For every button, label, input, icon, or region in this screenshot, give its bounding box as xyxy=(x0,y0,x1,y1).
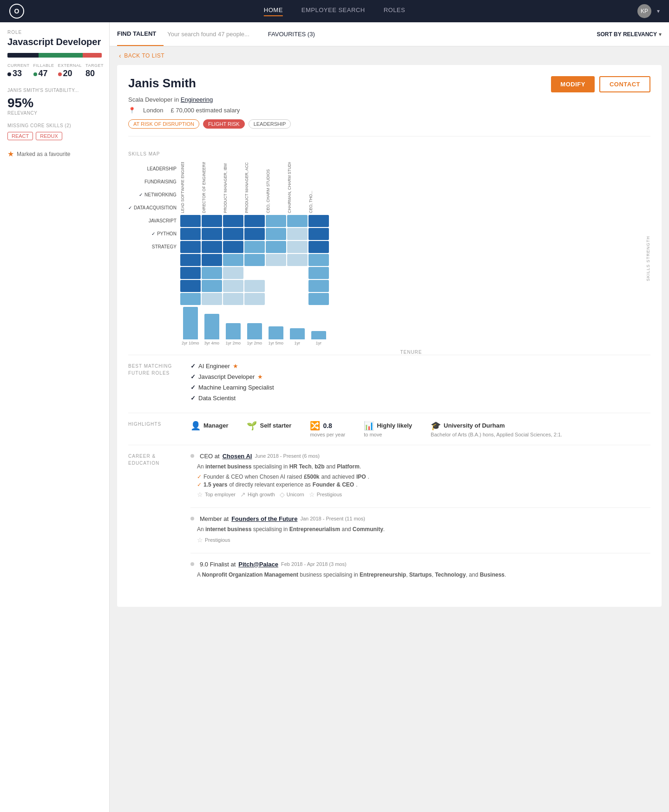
role-star-icon-2: ★ xyxy=(257,373,263,380)
navbar: O HOME EMPLOYEE SEARCH ROLES KP ▾ xyxy=(0,0,669,22)
highlight-likely-to-move: 📊 Highly likely to move xyxy=(364,421,412,437)
profile-subtitle: Scala Developer in Engineering xyxy=(128,96,650,103)
career-dot-icon xyxy=(190,454,194,458)
heatmap-cell xyxy=(244,254,265,266)
career-company-link-3[interactable]: Pitch@Palace xyxy=(238,561,278,568)
heatmap-cell xyxy=(202,267,222,279)
heatmap-row xyxy=(180,293,642,305)
profile-header: Janis Smith MODIFY CONTACT xyxy=(128,76,650,92)
heatmap-cell xyxy=(244,228,265,240)
heatmap-cell xyxy=(202,228,222,240)
highlight-self-starter: 🌱 Self starter xyxy=(247,421,291,437)
heatmap-row xyxy=(180,280,642,292)
col-ceo-tho: CEO, THO... xyxy=(308,162,329,213)
skill-tag-react: REACT xyxy=(7,132,33,140)
heatmap-cell xyxy=(180,254,201,266)
role-check-icon-3: ✓ xyxy=(190,384,196,391)
heatmap-cell xyxy=(287,228,308,240)
highlight-moves-row: 🔀 0.8 xyxy=(310,421,345,431)
tenure-bars: 2yr 10mo3yr 4mo1yr 2mo1yr 2mo1yr 5mo1yr1… xyxy=(180,307,642,346)
skill-tag-redux: REDUX xyxy=(36,132,62,140)
find-talent-tab[interactable]: FIND TALENT xyxy=(117,22,164,46)
skill-label-javascript: JAVASCRIPT xyxy=(128,214,177,227)
role-check-icon: ✓ xyxy=(190,363,196,370)
role-ml-specialist: ✓ Machine Learning Specialist xyxy=(190,384,650,391)
career-company-link-1[interactable]: Chosen AI xyxy=(223,453,252,460)
heatmap-cell xyxy=(308,215,329,227)
skill-label-leadership: LEADERSHIP xyxy=(128,162,177,175)
highlight-self-starter-row: 🌱 Self starter xyxy=(247,421,291,431)
role-ai-engineer: ✓ AI Engineer ★ xyxy=(190,363,650,370)
heatmap-cell xyxy=(244,267,265,279)
favourite-label: Marked as a favourite xyxy=(17,151,70,157)
career-badges-1: ☆ Top employer ↗ High growth ◇ Unicorn ☆… xyxy=(197,491,650,498)
top-employer-icon: ☆ xyxy=(197,491,203,498)
nav-roles[interactable]: ROLES xyxy=(384,6,406,16)
chart-grid: LEAD SOFTWARE ENGINEER, IBM DIRECTOR OF … xyxy=(180,162,642,355)
badge-high-growth: ↗ High growth xyxy=(240,491,275,498)
nav-home[interactable]: HOME xyxy=(264,6,283,16)
skills-strength-label: SKILLS STRENGTH xyxy=(646,236,650,281)
tenure-bar-item: 1yr 2mo xyxy=(244,323,265,346)
heatmap-row xyxy=(180,215,642,227)
heatmap-cell xyxy=(180,293,201,305)
contact-button[interactable]: CONTACT xyxy=(599,76,650,92)
tenure-label: 1yr 2mo xyxy=(247,341,262,346)
role-check-icon-2: ✓ xyxy=(190,373,196,380)
career-label: CAREER & EDUCATION xyxy=(128,453,179,588)
tenure-bar xyxy=(226,323,241,339)
badge-top-employer: ☆ Top employer xyxy=(197,491,236,498)
heatmap-cell xyxy=(202,241,222,253)
logo: O xyxy=(9,4,24,19)
highlight-moves: 🔀 0.8 moves per year xyxy=(310,421,345,437)
missing-skills-label: MISSING CORE SKILLS (2) xyxy=(7,123,102,128)
user-avatar[interactable]: KP xyxy=(637,4,651,18)
career-dot-icon-3 xyxy=(190,562,194,566)
heatmap-cell xyxy=(244,241,265,253)
profile-name: Janis Smith xyxy=(128,76,196,91)
role-data-scientist: ✓ Data Scientist xyxy=(190,395,650,402)
sidebar: ROLE Javascript Developer CURRENT 33 FIL… xyxy=(0,22,110,812)
tenure-bar-item: 2yr 10mo xyxy=(180,307,201,346)
highlight-edu-sub: Bachelor of Arts (B.A.) hons, Applied So… xyxy=(431,432,562,437)
progress-current xyxy=(7,53,39,58)
heatmap-cell xyxy=(244,293,265,305)
stat-fillable: FILLABLE 47 xyxy=(33,63,54,78)
education-icon: 🎓 xyxy=(431,421,441,431)
heatmap-row xyxy=(180,254,642,266)
nav-employee-search[interactable]: EMPLOYEE SEARCH xyxy=(302,6,365,16)
career-item-pitch: 9.0 Finalist at Pitch@Palace Feb 2018 - … xyxy=(190,561,650,579)
highlight-edu-row: 🎓 University of Durham xyxy=(431,421,562,431)
heatmap-cell xyxy=(223,228,243,240)
career-company-link-2[interactable]: Founders of the Future xyxy=(231,515,297,522)
highlight-likely-title: Highly likely xyxy=(377,422,412,429)
heatmap-cell xyxy=(202,280,222,292)
profile-meta: 📍 London £ 70,000 estimated salary xyxy=(128,107,650,114)
career-highlight-1b: ✓ 1.5 years of directly relevant experie… xyxy=(197,481,650,488)
tenure-label: 1yr 5mo xyxy=(269,341,284,346)
heatmap-cell xyxy=(287,215,308,227)
tenure-bar-item: 1yr xyxy=(308,331,329,346)
skill-label-strategy: STRATEGY xyxy=(128,240,177,253)
highlights-layout: HIGHLIGHTS 👤 Manager 🌱 xyxy=(128,421,650,437)
modify-button[interactable]: MODIFY xyxy=(551,76,595,92)
skill-label-fundraising: FUNDRAISING xyxy=(128,175,177,188)
search-result-text: Your search found 47 people... xyxy=(167,31,249,38)
tag-leadership: LEADERSHIP xyxy=(249,119,291,129)
badge-prestigious-2: ☆ Prestigious xyxy=(197,536,230,544)
highlight-moves-value: 0.8 xyxy=(323,422,332,429)
best-matching-roles: ✓ AI Engineer ★ ✓ Javascript Developer ★… xyxy=(190,363,650,405)
user-menu-chevron[interactable]: ▾ xyxy=(657,8,660,14)
tenure-bar-item: 1yr 2mo xyxy=(223,323,243,346)
tenure-bar xyxy=(183,307,198,339)
profile-department-link[interactable]: Engineering xyxy=(181,96,213,103)
highlights-grid: 👤 Manager 🌱 Self starter xyxy=(190,421,650,437)
best-matching-layout: BEST MATCHINGFUTURE ROLES ✓ AI Engineer … xyxy=(128,363,650,405)
back-to-list[interactable]: ‹ BACK TO LIST xyxy=(110,46,669,65)
col-lead-sw-eng: LEAD SOFTWARE ENGINEER, IBM xyxy=(180,162,201,213)
tenure-label: 3yr 4mo xyxy=(204,341,220,346)
back-to-list-label: BACK TO LIST xyxy=(124,52,164,59)
profile-tags: AT RISK OF DISRUPTION FLIGHT RISK LEADER… xyxy=(128,119,650,129)
sort-by[interactable]: SORT BY RELEVANCY ▾ xyxy=(597,31,662,38)
favourites-tab[interactable]: FAVOURITES (3) xyxy=(261,22,322,46)
